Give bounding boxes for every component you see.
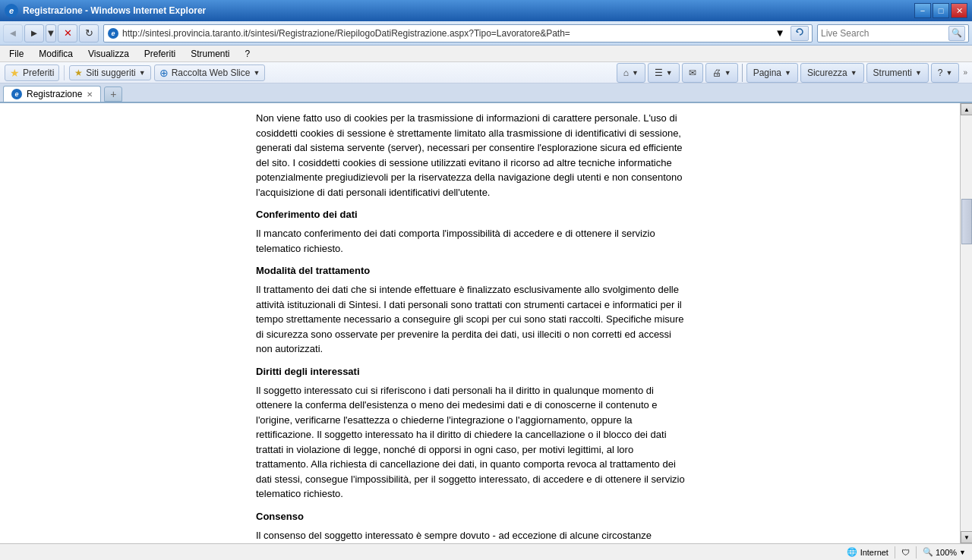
menu-help[interactable]: ? — [242, 47, 254, 61]
home-icon: ⌂ — [623, 68, 629, 78]
rss-dropdown-icon: ▼ — [666, 69, 673, 77]
status-separator-2 — [916, 546, 917, 558]
pagina-button[interactable]: Pagina ▼ — [746, 63, 798, 83]
print-dropdown-icon: ▼ — [724, 69, 731, 77]
menu-visualizza[interactable]: Visualizza — [85, 47, 132, 61]
heading-modalita: Modalità del trattamento — [256, 265, 712, 276]
zoom-level: 100% — [936, 548, 957, 557]
status-right: 🌐 Internet 🛡 🔍 100% ▼ — [847, 546, 966, 558]
suggested-dropdown-icon: ▼ — [139, 69, 146, 77]
toolbar-expand-icon[interactable]: » — [963, 68, 967, 77]
paragraph-modalita: Il trattamento dei dati che si intende e… — [256, 282, 689, 357]
rss-icon: ☰ — [655, 68, 663, 78]
webslice-icon: ⊕ — [159, 67, 169, 79]
tab-icon: e — [11, 89, 22, 99]
address-refresh-button[interactable] — [791, 26, 809, 41]
zoom-control[interactable]: 🔍 100% ▼ — [923, 547, 966, 557]
strumenti-button[interactable]: Strumenti ▼ — [866, 63, 929, 83]
scroll-down-button[interactable]: ▼ — [961, 531, 972, 543]
paragraph-consenso: Il consenso del soggetto interessato è s… — [256, 528, 689, 544]
web-slice-button[interactable]: ⊕ Raccolta Web Slice ▼ — [154, 64, 266, 81]
zoom-dropdown-icon: ▼ — [959, 549, 966, 556]
mail-icon: ✉ — [689, 68, 696, 78]
pagina-label: Pagina — [753, 68, 781, 78]
vertical-scrollbar[interactable]: ▲ ▼ — [960, 103, 972, 543]
minimize-button[interactable]: − — [914, 3, 931, 18]
tab-close-button[interactable]: ✕ — [87, 90, 93, 99]
tab-registrazione[interactable]: e Registrazione ✕ — [3, 86, 101, 102]
sicurezza-button[interactable]: Sicurezza ▼ — [800, 63, 864, 83]
print-icon: 🖨 — [712, 68, 721, 78]
home-button[interactable]: ⌂ ▼ — [617, 63, 645, 83]
search-button[interactable]: 🔍 — [948, 26, 965, 41]
menu-strumenti[interactable]: Strumenti — [188, 47, 232, 61]
favorites-label: Preferiti — [23, 68, 54, 78]
paragraph-diritti: Il soggetto interessato cui si riferisco… — [256, 383, 689, 502]
refresh-button[interactable]: ↻ — [79, 24, 99, 42]
zone-label: Internet — [860, 548, 888, 557]
menu-bar: File Modifica Visualizza Preferiti Strum… — [0, 46, 972, 62]
home-dropdown-icon: ▼ — [632, 69, 639, 77]
tab-label: Registrazione — [27, 89, 82, 99]
new-tab-button[interactable]: + — [104, 87, 122, 102]
close-button[interactable]: ✕ — [951, 3, 967, 18]
heading-diritti: Diritti degli interessati — [256, 366, 712, 377]
address-input[interactable] — [122, 28, 769, 39]
scroll-thumb[interactable] — [961, 199, 972, 244]
shield-icon: 🛡 — [901, 548, 910, 557]
suggested-label: Siti suggeriti — [86, 68, 135, 78]
nav-dropdown-button[interactable]: ▼ — [46, 24, 56, 42]
sicurezza-dropdown-icon: ▼ — [850, 69, 857, 77]
protected-mode: 🛡 — [901, 548, 910, 557]
strumenti-dropdown-icon: ▼ — [915, 69, 922, 77]
menu-preferiti[interactable]: Preferiti — [141, 47, 178, 61]
stop-button[interactable]: ✕ — [58, 24, 77, 42]
zone-indicator: 🌐 Internet — [847, 547, 888, 557]
help-icon: ? — [938, 68, 943, 78]
heading-consenso: Consenso — [256, 511, 712, 522]
strumenti-label: Strumenti — [873, 68, 912, 78]
tab-bar: e Registrazione ✕ + — [0, 83, 972, 103]
scroll-track[interactable] — [961, 115, 972, 531]
favorites-bar: ★ Preferiti ★ Siti suggeriti ▼ ⊕ Raccolt… — [0, 62, 972, 83]
suggested-sites-button[interactable]: ★ Siti suggeriti ▼ — [69, 65, 150, 80]
page-icon: e — [107, 27, 119, 39]
gold-star-icon: ★ — [74, 68, 83, 78]
back-button[interactable]: ◄ — [3, 24, 23, 42]
menu-file[interactable]: File — [6, 47, 27, 61]
rss-button[interactable]: ☰ ▼ — [648, 63, 680, 83]
window-title: Registrazione - Windows Internet Explore… — [23, 5, 206, 16]
address-go-button[interactable]: ▼ — [772, 26, 787, 41]
paragraph-conferimento: Il mancato conferimento dei dati comport… — [256, 226, 689, 256]
help-button[interactable]: ? ▼ — [931, 63, 960, 83]
zoom-icon: 🔍 — [923, 547, 933, 557]
forward-button[interactable]: ► — [24, 24, 44, 42]
page-content: Non viene fatto uso di cookies per la tr… — [0, 103, 960, 543]
webslice-label: Raccolta Web Slice — [172, 68, 251, 78]
scroll-up-button[interactable]: ▲ — [961, 103, 972, 115]
sicurezza-label: Sicurezza — [807, 68, 847, 78]
maximize-button[interactable]: □ — [933, 3, 949, 18]
star-icon: ★ — [10, 67, 20, 79]
ie-logo-icon: e — [5, 4, 18, 17]
address-bar: e ▼ — [103, 24, 813, 42]
status-bar: 🌐 Internet 🛡 🔍 100% ▼ — [0, 543, 972, 560]
pagina-dropdown-icon: ▼ — [784, 69, 791, 77]
content-area: Non viene fatto uso di cookies per la tr… — [0, 103, 972, 543]
globe-icon: 🌐 — [847, 547, 857, 557]
title-bar: e Registrazione - Windows Internet Explo… — [0, 0, 972, 21]
mail-button[interactable]: ✉ — [682, 63, 703, 83]
search-box: 🔍 — [817, 24, 969, 42]
toolbar-separator — [742, 64, 743, 82]
help-dropdown-icon: ▼ — [946, 69, 953, 77]
paragraph-1: Non viene fatto uso di cookies per la tr… — [256, 111, 689, 200]
navigation-bar: ◄ ► ▼ ✕ ↻ e ▼ 🔍 — [0, 21, 972, 46]
menu-modifica[interactable]: Modifica — [36, 47, 76, 61]
print-button[interactable]: 🖨 ▼ — [705, 63, 738, 83]
status-separator-1 — [895, 546, 895, 558]
favorites-button[interactable]: ★ Preferiti — [5, 64, 59, 81]
heading-conferimento: Conferimento dei dati — [256, 209, 712, 220]
webslice-dropdown-icon: ▼ — [253, 69, 260, 77]
search-input[interactable] — [821, 28, 947, 39]
fav-separator — [64, 65, 65, 80]
